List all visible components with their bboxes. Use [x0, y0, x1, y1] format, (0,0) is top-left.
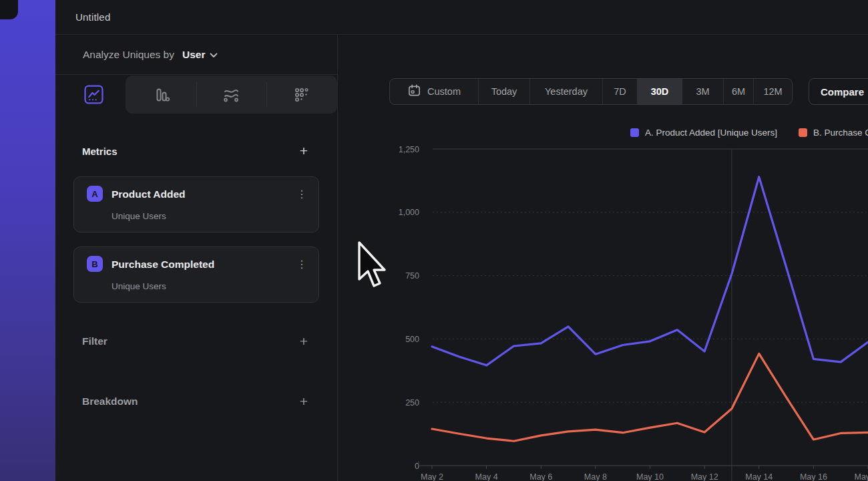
- svg-text:May 10: May 10: [636, 472, 664, 481]
- filter-section: Filter +: [82, 334, 311, 349]
- line-chart[interactable]: 1,2501,0007505002500May 2May 4May 6May 8…: [338, 134, 868, 481]
- retention-grid-icon: [292, 86, 310, 104]
- titlebar: Untitled: [55, 0, 868, 35]
- kebab-menu-icon[interactable]: ⋮: [294, 186, 309, 202]
- svg-text:May 18: May 18: [855, 472, 868, 481]
- svg-text:750: 750: [405, 271, 419, 281]
- flows-icon: [221, 86, 241, 104]
- sidebar: Analyze Uniques by User: [55, 35, 338, 481]
- screen: Untitled Analyze Uniques by User: [0, 0, 868, 481]
- metric-card-product-added[interactable]: A Product Added ⋮ Unique Users: [73, 176, 319, 232]
- range-yesterday[interactable]: Yesterday: [529, 79, 602, 104]
- backdrop-corner: [0, 0, 18, 19]
- compare-button[interactable]: Compare: [809, 78, 868, 105]
- svg-text:1,250: 1,250: [399, 145, 419, 154]
- backdrop-gradient: [0, 0, 55, 481]
- range-6m[interactable]: 6M: [723, 79, 753, 104]
- calendar-icon: [407, 84, 421, 100]
- svg-text:May 8: May 8: [584, 472, 607, 481]
- range-custom[interactable]: Custom: [390, 79, 478, 104]
- tab-flows[interactable]: [196, 75, 266, 114]
- range-7d[interactable]: 7D: [602, 79, 637, 104]
- breakdown-label: Breakdown: [82, 395, 138, 408]
- metric-measure[interactable]: Unique Users: [112, 211, 166, 221]
- tab-line-chart[interactable]: [59, 75, 129, 114]
- analyze-row: Analyze Uniques by User: [55, 35, 337, 75]
- metric-badge-a: A: [87, 186, 103, 202]
- svg-text:May 14: May 14: [745, 472, 773, 481]
- svg-text:500: 500: [405, 335, 419, 344]
- svg-text:May 16: May 16: [800, 472, 827, 481]
- metrics-title: Metrics: [82, 146, 118, 157]
- filter-label: Filter: [82, 335, 107, 347]
- chevron-down-icon: [210, 49, 218, 61]
- svg-text:May 12: May 12: [691, 472, 718, 481]
- report-title[interactable]: Untitled: [75, 11, 110, 23]
- analyze-entity-dropdown[interactable]: User: [182, 49, 218, 61]
- svg-text:May 6: May 6: [529, 472, 552, 481]
- range-12m[interactable]: 12M: [753, 79, 792, 104]
- tab-bar-chart[interactable]: [126, 75, 196, 114]
- add-filter-button[interactable]: +: [296, 334, 311, 349]
- range-label: Custom: [427, 86, 461, 97]
- add-metric-button[interactable]: +: [296, 144, 311, 158]
- range-today[interactable]: Today: [478, 79, 529, 104]
- svg-text:250: 250: [405, 398, 419, 408]
- metric-measure[interactable]: Unique Users: [112, 281, 166, 291]
- bar-chart-icon: [152, 86, 170, 104]
- svg-text:May 4: May 4: [475, 472, 498, 481]
- analyze-label: Analyze Uniques by: [83, 49, 174, 61]
- date-range-group: Custom Today Yesterday 7D 30D 3M 6M 12M: [389, 78, 793, 105]
- metric-badge-b: B: [87, 256, 103, 272]
- range-3m[interactable]: 3M: [682, 79, 723, 104]
- metric-card-purchase-completed[interactable]: B Purchase Completed ⋮ Unique Users: [73, 247, 319, 303]
- svg-text:May 2: May 2: [421, 472, 443, 481]
- add-breakdown-button[interactable]: +: [296, 394, 311, 409]
- range-30d[interactable]: 30D: [637, 79, 682, 104]
- analyze-entity-value: User: [182, 49, 205, 61]
- breakdown-section: Breakdown +: [82, 394, 311, 409]
- metric-name: Purchase Completed: [112, 257, 214, 273]
- metric-name: Product Added: [112, 186, 186, 202]
- kebab-menu-icon[interactable]: ⋮: [294, 256, 309, 272]
- svg-text:1,000: 1,000: [399, 208, 419, 217]
- tab-retention-grid[interactable]: [266, 75, 336, 114]
- metrics-header: Metrics +: [82, 144, 311, 158]
- line-chart-icon: [84, 85, 103, 104]
